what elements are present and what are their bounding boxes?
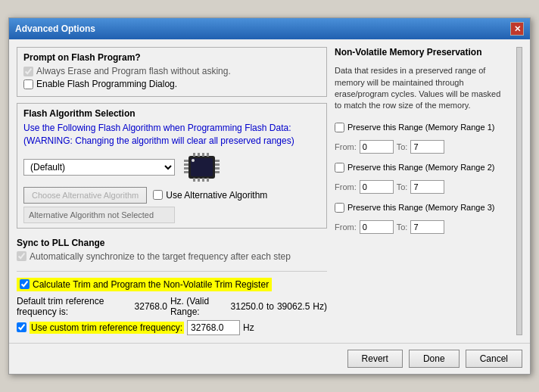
svg-rect-7 (215, 163, 220, 166)
prompt-section: Prompt on Flash Program? Always Erase an… (17, 47, 327, 97)
default-freq-value: 32768.0 (135, 301, 167, 312)
range-row-2: From: To: (335, 180, 509, 194)
dialog-title: Advanced Options (15, 23, 95, 34)
svg-rect-8 (215, 167, 220, 170)
valid-min: 31250.0 (231, 301, 263, 312)
algo-row: (Default) (23, 152, 320, 182)
choose-alt-button[interactable]: Choose Alternative Algorithm (23, 187, 147, 204)
svg-rect-16 (202, 178, 204, 182)
always-erase-label[interactable]: Always Erase and Program flash without a… (23, 66, 231, 76)
svg-rect-5 (184, 171, 188, 173)
revert-button[interactable]: Revert (347, 350, 403, 368)
to-label-1: To: (397, 142, 408, 151)
range-row-1: From: To: (335, 140, 509, 154)
svg-point-18 (192, 159, 195, 162)
to-input-2[interactable] (410, 180, 444, 194)
alt-status: Alternative Algorithm not Selected (23, 207, 175, 223)
to-input-3[interactable] (410, 220, 444, 234)
svg-rect-11 (198, 153, 200, 157)
custom-hz: Hz (243, 322, 254, 333)
close-button[interactable]: ✕ (510, 22, 524, 36)
preserve-checkbox-2[interactable] (335, 163, 344, 173)
right-panel: Non-Volatile Memory Preservation Data th… (335, 47, 509, 335)
trim-section: Calculate Trim and Program the Non-Volat… (17, 271, 327, 335)
to-label: to (266, 301, 274, 312)
to-label-2: To: (397, 182, 408, 191)
use-custom-checkbox[interactable] (17, 322, 26, 332)
hz-label: Hz. (Valid Range: (170, 296, 228, 317)
use-custom-label[interactable]: Use custom trim reference frequency: (30, 322, 184, 334)
sync-section: Sync to PLL Change Automatically synchro… (17, 238, 327, 262)
algo-dropdown[interactable]: (Default) (23, 159, 175, 176)
svg-rect-10 (193, 153, 195, 157)
to-input-1[interactable] (410, 140, 444, 154)
trim-highlight-row: Calculate Trim and Program the Non-Volat… (17, 278, 272, 291)
alt-row: Choose Alternative Algorithm Use Alterna… (23, 187, 320, 204)
range-row-3: From: To: (335, 220, 509, 234)
valid-max: 39062.5 (277, 301, 310, 312)
preserve-label-2: Preserve this Range (Memory Range 2) (347, 163, 494, 172)
title-bar: Advanced Options ✕ (9, 18, 530, 39)
to-label-3: To: (397, 222, 408, 232)
svg-rect-17 (207, 178, 209, 182)
svg-rect-15 (198, 178, 200, 182)
from-label-2: From: (335, 182, 357, 191)
from-input-2[interactable] (360, 180, 394, 194)
use-alt-label[interactable]: Use Alternative Algorithm (153, 190, 267, 201)
auto-sync-checkbox[interactable] (17, 251, 26, 261)
use-alt-checkbox[interactable] (153, 190, 163, 200)
svg-rect-4 (184, 167, 188, 170)
scrollbar[interactable] (516, 47, 522, 335)
preserve-row-3: Preserve this Range (Memory Range 3) (335, 203, 509, 213)
svg-rect-2 (184, 160, 188, 162)
from-label-3: From: (335, 222, 357, 232)
trim-checkbox[interactable] (20, 279, 30, 289)
from-input-3[interactable] (360, 220, 394, 234)
preserve-row-2: Preserve this Range (Memory Range 2) (335, 163, 509, 173)
default-freq-label: Default trim reference frequency is: (17, 296, 132, 317)
trim-custom-row: Use custom trim reference frequency: Hz (17, 320, 327, 335)
custom-freq-input[interactable] (187, 320, 240, 335)
preserve-checkbox-1[interactable] (335, 123, 344, 132)
svg-rect-3 (184, 163, 188, 166)
dialog-container: Advanced Options ✕ Prompt on Flash Progr… (8, 17, 531, 375)
preserve-row-1: Preserve this Range (Memory Range 1) (335, 123, 509, 132)
always-erase-checkbox[interactable] (23, 67, 33, 76)
cancel-button[interactable]: Cancel (466, 350, 522, 368)
flash-algo-title: Flash Algorithm Selection (23, 108, 320, 119)
chip-icon (181, 152, 223, 182)
trim-label: Calculate Trim and Program the Non-Volat… (33, 279, 269, 290)
nvmp-desc: Data that resides in a preserved range o… (335, 65, 509, 112)
from-input-1[interactable] (360, 140, 394, 154)
svg-rect-9 (215, 171, 220, 173)
svg-rect-6 (215, 160, 220, 162)
bottom-bar: Revert Done Cancel (9, 343, 530, 374)
done-button[interactable]: Done (409, 350, 460, 368)
enable-dialog-checkbox[interactable] (23, 79, 33, 89)
prompt-title: Prompt on Flash Program? (23, 52, 320, 63)
dialog-body: Prompt on Flash Program? Always Erase an… (9, 39, 530, 343)
preserve-label-1: Preserve this Range (Memory Range 1) (347, 123, 494, 132)
svg-rect-12 (202, 153, 204, 157)
auto-sync-label[interactable]: Automatically synchronize to the target … (17, 251, 327, 262)
nvmp-title: Non-Volatile Memory Preservation (335, 47, 509, 58)
trim-info-row: Default trim reference frequency is: 327… (17, 296, 327, 317)
svg-rect-14 (193, 178, 195, 182)
from-label-1: From: (335, 142, 357, 151)
left-panel: Prompt on Flash Program? Always Erase an… (17, 47, 327, 335)
valid-hz: Hz) (313, 301, 327, 312)
preserve-label-3: Preserve this Range (Memory Range 3) (347, 203, 494, 212)
svg-rect-13 (207, 153, 209, 157)
flash-algo-desc: Use the Following Flash Algorithm when P… (23, 122, 320, 148)
sync-title: Sync to PLL Change (17, 238, 327, 248)
preserve-checkbox-3[interactable] (335, 203, 344, 213)
flash-algo-section: Flash Algorithm Selection Use the Follow… (17, 103, 327, 229)
enable-dialog-label[interactable]: Enable Flash Programming Dialog. (23, 79, 177, 89)
